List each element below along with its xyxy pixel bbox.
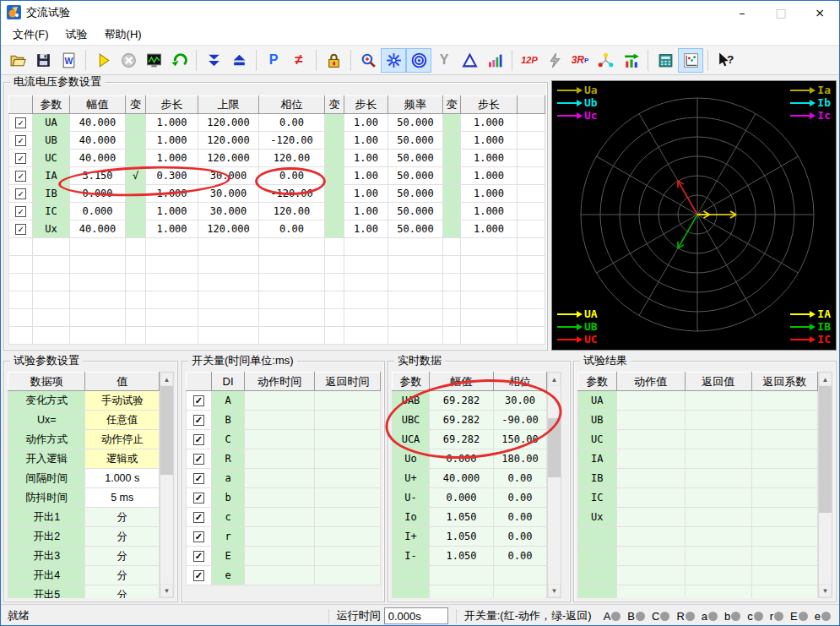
step-cell[interactable] [344, 327, 388, 345]
stop-test-button[interactable] [116, 48, 141, 73]
var-flag-cell[interactable] [325, 167, 344, 185]
limit-cell[interactable]: 120.000 [198, 220, 259, 238]
var-flag-cell[interactable] [126, 291, 146, 309]
limit-cell[interactable] [198, 238, 259, 256]
phase-cell[interactable]: 0.00 [259, 114, 325, 132]
waveform-display-button[interactable] [141, 48, 166, 73]
var-flag-cell[interactable] [443, 291, 461, 309]
limit-cell[interactable] [198, 291, 259, 309]
var-flag-cell[interactable] [443, 203, 461, 220]
row-checkbox[interactable] [15, 171, 26, 182]
step-cell[interactable]: 1.000 [461, 220, 518, 238]
value-cell[interactable]: 分 [85, 566, 160, 585]
amplitude-cell[interactable] [70, 291, 126, 309]
menu-item[interactable]: 文件(F) [4, 25, 57, 44]
limit-cell[interactable]: 120.000 [198, 132, 259, 150]
var-flag-cell[interactable] [443, 327, 461, 345]
3rp-mode-button[interactable]: 3RP [567, 48, 593, 73]
switch-checkbox[interactable] [193, 493, 204, 504]
phase-cell[interactable] [259, 291, 325, 309]
phase-cell[interactable] [259, 309, 325, 327]
var-flag-cell[interactable] [443, 220, 461, 238]
not-equal-button[interactable]: ≠ [286, 48, 312, 73]
var-flag-cell[interactable] [443, 238, 461, 256]
switch-checkbox[interactable] [193, 415, 204, 426]
step-cell[interactable]: 1.000 [146, 132, 198, 150]
amplitude-cell[interactable] [70, 327, 126, 345]
step-cell[interactable]: 1.000 [146, 114, 198, 132]
step-cell[interactable]: 1.000 [461, 114, 518, 132]
minimize-button[interactable]: – [723, 1, 761, 24]
value-cell[interactable]: 逻辑或 [85, 449, 160, 469]
amplitude-cell[interactable]: 0.000 [70, 203, 126, 220]
start-test-button[interactable] [90, 48, 116, 73]
step-cell[interactable] [344, 274, 388, 291]
row-checkbox[interactable] [15, 117, 26, 128]
var-flag-cell[interactable] [126, 238, 146, 256]
zoom-in-button[interactable] [355, 48, 381, 73]
step-cell[interactable] [461, 256, 518, 274]
var-flag-cell[interactable] [325, 238, 344, 256]
step-cell[interactable] [146, 327, 198, 345]
amplitude-cell[interactable]: 40.000 [70, 220, 126, 238]
realtime-scrollbar[interactable]: ▲ ▼ [547, 372, 561, 598]
vector-branch-button[interactable] [593, 48, 618, 73]
step-cell[interactable] [344, 291, 388, 309]
limit-cell[interactable] [198, 256, 259, 274]
var-flag-cell[interactable] [126, 203, 146, 220]
menu-item[interactable]: 帮助(H) [96, 25, 150, 44]
var-flag-cell[interactable] [126, 150, 146, 167]
value-cell[interactable]: 分 [85, 547, 160, 566]
frequency-cell[interactable]: 50.000 [388, 185, 443, 203]
var-flag-cell[interactable] [325, 291, 344, 309]
phase-cell[interactable]: 0.00 [259, 167, 325, 185]
step-cell[interactable] [461, 291, 518, 309]
amplitude-cell[interactable] [70, 274, 126, 291]
var-flag-cell[interactable] [325, 309, 344, 327]
scroll-thumb[interactable] [548, 418, 561, 477]
step-cell[interactable]: 1.000 [146, 220, 198, 238]
row-checkbox[interactable] [15, 206, 26, 217]
step-chart-button[interactable] [618, 48, 643, 73]
frequency-cell[interactable]: 50.000 [388, 150, 443, 167]
close-button[interactable]: × [800, 1, 839, 24]
step-cell[interactable]: 0.300 [146, 167, 198, 185]
frequency-cell[interactable] [388, 309, 443, 327]
step-cell[interactable] [146, 256, 198, 274]
frequency-cell[interactable]: 50.000 [388, 114, 443, 132]
var-flag-cell[interactable] [443, 309, 461, 327]
frequency-cell[interactable]: 50.000 [388, 132, 443, 150]
results-scrollbar[interactable]: ▲ ▼ [818, 372, 832, 598]
var-flag-cell[interactable] [325, 256, 344, 274]
scroll-up-icon[interactable]: ▲ [548, 373, 561, 386]
step-cell[interactable] [344, 238, 388, 256]
var-flag-cell[interactable] [325, 150, 344, 167]
undo-button[interactable] [166, 48, 192, 73]
scroll-thumb[interactable] [819, 386, 832, 513]
delta-connection-button[interactable] [457, 48, 482, 73]
phase-cell[interactable] [259, 327, 325, 345]
phase-cell[interactable]: -120.00 [259, 132, 325, 150]
amplitude-cell[interactable]: 0.000 [70, 185, 126, 203]
var-flag-cell[interactable] [325, 203, 344, 220]
var-flag-cell[interactable] [325, 327, 344, 345]
var-flag-cell[interactable] [443, 150, 461, 167]
step-cell[interactable]: 1.00 [344, 185, 388, 203]
switch-checkbox[interactable] [193, 512, 204, 523]
frequency-cell[interactable]: 50.000 [388, 203, 443, 220]
limit-cell[interactable]: 30.000 [198, 203, 259, 220]
step-cell[interactable]: 1.00 [344, 220, 388, 238]
switch-checkbox[interactable] [193, 473, 204, 484]
row-checkbox[interactable] [15, 135, 26, 146]
amplitude-cell[interactable]: 40.000 [70, 132, 126, 150]
amplitude-cell[interactable] [70, 238, 126, 256]
switch-checkbox[interactable] [193, 531, 204, 542]
step-cell[interactable]: 1.000 [461, 203, 518, 220]
frequency-cell[interactable] [388, 238, 443, 256]
var-flag-cell[interactable] [443, 185, 461, 203]
step-cell[interactable] [461, 327, 518, 345]
step-cell[interactable] [146, 238, 198, 256]
step-cell[interactable] [461, 309, 518, 327]
test-params-scrollbar[interactable]: ▲ ▼ [160, 372, 174, 598]
scroll-up-icon[interactable]: ▲ [819, 373, 832, 386]
